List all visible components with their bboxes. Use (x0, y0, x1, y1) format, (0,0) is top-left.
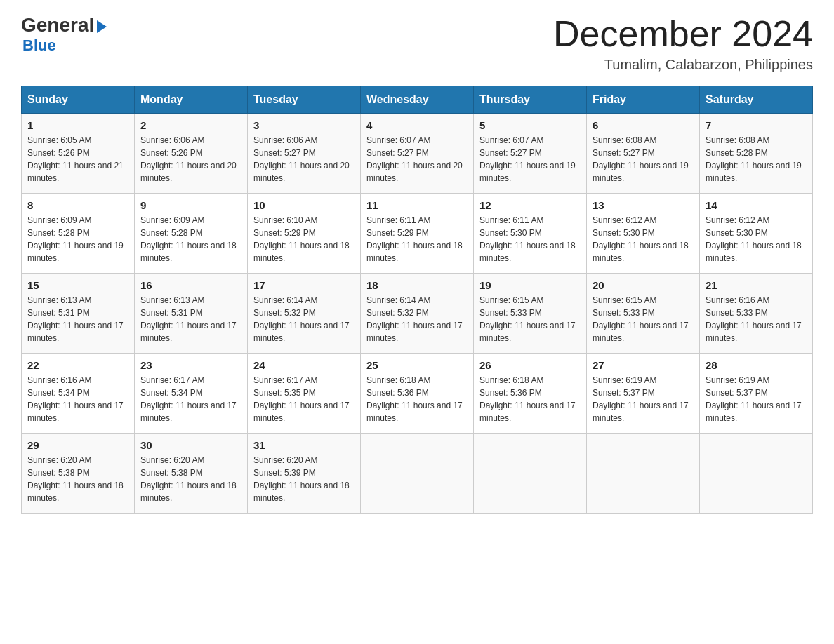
day-number: 30 (140, 439, 241, 451)
day-number: 10 (253, 199, 355, 211)
calendar-cell: 5Sunrise: 6:07 AMSunset: 5:27 PMDaylight… (474, 114, 587, 194)
day-info: Sunrise: 6:13 AMSunset: 5:31 PMDaylight:… (27, 294, 128, 344)
calendar-cell: 14Sunrise: 6:12 AMSunset: 5:30 PMDayligh… (700, 194, 813, 274)
location-subtitle: Tumalim, Calabarzon, Philippines (553, 57, 813, 73)
day-info: Sunrise: 6:08 AMSunset: 5:27 PMDaylight:… (593, 134, 694, 185)
day-number: 31 (253, 439, 355, 451)
day-number: 13 (593, 199, 694, 211)
calendar-cell: 28Sunrise: 6:19 AMSunset: 5:37 PMDayligh… (700, 354, 813, 434)
day-info: Sunrise: 6:10 AMSunset: 5:29 PMDaylight:… (253, 214, 355, 264)
calendar-cell: 27Sunrise: 6:19 AMSunset: 5:37 PMDayligh… (587, 354, 700, 434)
logo-arrow-icon (97, 20, 107, 33)
day-number: 3 (253, 119, 355, 131)
calendar-cell: 12Sunrise: 6:11 AMSunset: 5:30 PMDayligh… (474, 194, 587, 274)
calendar-cell: 22Sunrise: 6:16 AMSunset: 5:34 PMDayligh… (22, 354, 135, 434)
logo: General Blue (21, 14, 107, 55)
calendar-week-5: 29Sunrise: 6:20 AMSunset: 5:38 PMDayligh… (22, 434, 813, 514)
day-number: 2 (140, 119, 241, 131)
day-info: Sunrise: 6:16 AMSunset: 5:33 PMDaylight:… (706, 294, 807, 344)
calendar-cell: 26Sunrise: 6:18 AMSunset: 5:36 PMDayligh… (474, 354, 587, 434)
day-number: 12 (479, 199, 581, 211)
day-info: Sunrise: 6:12 AMSunset: 5:30 PMDaylight:… (593, 214, 694, 264)
calendar-week-3: 15Sunrise: 6:13 AMSunset: 5:31 PMDayligh… (22, 274, 813, 354)
day-info: Sunrise: 6:14 AMSunset: 5:32 PMDaylight:… (253, 294, 355, 344)
calendar-cell: 7Sunrise: 6:08 AMSunset: 5:28 PMDaylight… (700, 114, 813, 194)
calendar-cell: 15Sunrise: 6:13 AMSunset: 5:31 PMDayligh… (22, 274, 135, 354)
day-number: 14 (706, 199, 807, 211)
day-number: 17 (253, 279, 355, 291)
calendar-cell: 18Sunrise: 6:14 AMSunset: 5:32 PMDayligh… (361, 274, 474, 354)
header-friday: Friday (587, 86, 700, 114)
calendar-cell: 20Sunrise: 6:15 AMSunset: 5:33 PMDayligh… (587, 274, 700, 354)
day-info: Sunrise: 6:18 AMSunset: 5:36 PMDaylight:… (366, 374, 468, 424)
calendar-cell: 30Sunrise: 6:20 AMSunset: 5:38 PMDayligh… (135, 434, 248, 514)
calendar-cell: 6Sunrise: 6:08 AMSunset: 5:27 PMDaylight… (587, 114, 700, 194)
logo-general-text: General (21, 14, 94, 36)
calendar-cell: 11Sunrise: 6:11 AMSunset: 5:29 PMDayligh… (361, 194, 474, 274)
logo-blue-text: Blue (22, 36, 56, 54)
day-info: Sunrise: 6:20 AMSunset: 5:38 PMDaylight:… (140, 454, 241, 504)
day-number: 11 (366, 199, 468, 211)
title-section: December 2024 Tumalim, Calabarzon, Phili… (553, 14, 813, 73)
day-info: Sunrise: 6:18 AMSunset: 5:36 PMDaylight:… (479, 374, 581, 424)
day-number: 29 (27, 439, 128, 451)
day-info: Sunrise: 6:19 AMSunset: 5:37 PMDaylight:… (706, 374, 807, 424)
day-info: Sunrise: 6:08 AMSunset: 5:28 PMDaylight:… (706, 134, 807, 185)
page-header: General Blue December 2024 Tumalim, Cala… (21, 14, 813, 73)
day-number: 1 (27, 119, 128, 131)
calendar-cell: 24Sunrise: 6:17 AMSunset: 5:35 PMDayligh… (248, 354, 361, 434)
calendar-week-4: 22Sunrise: 6:16 AMSunset: 5:34 PMDayligh… (22, 354, 813, 434)
day-info: Sunrise: 6:06 AMSunset: 5:26 PMDaylight:… (140, 134, 241, 185)
calendar-cell (587, 434, 700, 514)
day-info: Sunrise: 6:16 AMSunset: 5:34 PMDaylight:… (27, 374, 128, 424)
day-number: 16 (140, 279, 241, 291)
header-wednesday: Wednesday (361, 86, 474, 114)
day-info: Sunrise: 6:15 AMSunset: 5:33 PMDaylight:… (479, 294, 581, 344)
day-number: 21 (706, 279, 807, 291)
day-number: 15 (27, 279, 128, 291)
calendar-cell: 23Sunrise: 6:17 AMSunset: 5:34 PMDayligh… (135, 354, 248, 434)
calendar-cell (361, 434, 474, 514)
day-number: 20 (593, 279, 694, 291)
day-info: Sunrise: 6:07 AMSunset: 5:27 PMDaylight:… (366, 134, 468, 185)
calendar-table: SundayMondayTuesdayWednesdayThursdayFrid… (21, 86, 813, 514)
calendar-cell: 10Sunrise: 6:10 AMSunset: 5:29 PMDayligh… (248, 194, 361, 274)
calendar-cell: 1Sunrise: 6:05 AMSunset: 5:26 PMDaylight… (22, 114, 135, 194)
day-number: 23 (140, 359, 241, 371)
calendar-cell: 25Sunrise: 6:18 AMSunset: 5:36 PMDayligh… (361, 354, 474, 434)
day-number: 9 (140, 199, 241, 211)
day-number: 22 (27, 359, 128, 371)
header-monday: Monday (135, 86, 248, 114)
day-number: 18 (366, 279, 468, 291)
day-info: Sunrise: 6:14 AMSunset: 5:32 PMDaylight:… (366, 294, 468, 344)
header-saturday: Saturday (700, 86, 813, 114)
day-info: Sunrise: 6:15 AMSunset: 5:33 PMDaylight:… (593, 294, 694, 344)
header-sunday: Sunday (22, 86, 135, 114)
day-info: Sunrise: 6:11 AMSunset: 5:29 PMDaylight:… (366, 214, 468, 264)
calendar-cell: 19Sunrise: 6:15 AMSunset: 5:33 PMDayligh… (474, 274, 587, 354)
day-number: 28 (706, 359, 807, 371)
calendar-cell: 21Sunrise: 6:16 AMSunset: 5:33 PMDayligh… (700, 274, 813, 354)
calendar-cell: 13Sunrise: 6:12 AMSunset: 5:30 PMDayligh… (587, 194, 700, 274)
day-info: Sunrise: 6:13 AMSunset: 5:31 PMDaylight:… (140, 294, 241, 344)
day-number: 4 (366, 119, 468, 131)
calendar-cell: 9Sunrise: 6:09 AMSunset: 5:28 PMDaylight… (135, 194, 248, 274)
day-info: Sunrise: 6:09 AMSunset: 5:28 PMDaylight:… (27, 214, 128, 264)
day-info: Sunrise: 6:17 AMSunset: 5:35 PMDaylight:… (253, 374, 355, 424)
calendar-cell (700, 434, 813, 514)
month-title: December 2024 (553, 14, 813, 54)
day-number: 7 (706, 119, 807, 131)
day-info: Sunrise: 6:20 AMSunset: 5:38 PMDaylight:… (27, 454, 128, 504)
calendar-week-1: 1Sunrise: 6:05 AMSunset: 5:26 PMDaylight… (22, 114, 813, 194)
calendar-cell: 31Sunrise: 6:20 AMSunset: 5:39 PMDayligh… (248, 434, 361, 514)
day-number: 19 (479, 279, 581, 291)
day-info: Sunrise: 6:19 AMSunset: 5:37 PMDaylight:… (593, 374, 694, 424)
calendar-header-row: SundayMondayTuesdayWednesdayThursdayFrid… (22, 86, 813, 114)
day-number: 6 (593, 119, 694, 131)
day-number: 5 (479, 119, 581, 131)
day-number: 26 (479, 359, 581, 371)
calendar-cell: 4Sunrise: 6:07 AMSunset: 5:27 PMDaylight… (361, 114, 474, 194)
day-info: Sunrise: 6:07 AMSunset: 5:27 PMDaylight:… (479, 134, 581, 185)
day-info: Sunrise: 6:06 AMSunset: 5:27 PMDaylight:… (253, 134, 355, 185)
day-number: 8 (27, 199, 128, 211)
